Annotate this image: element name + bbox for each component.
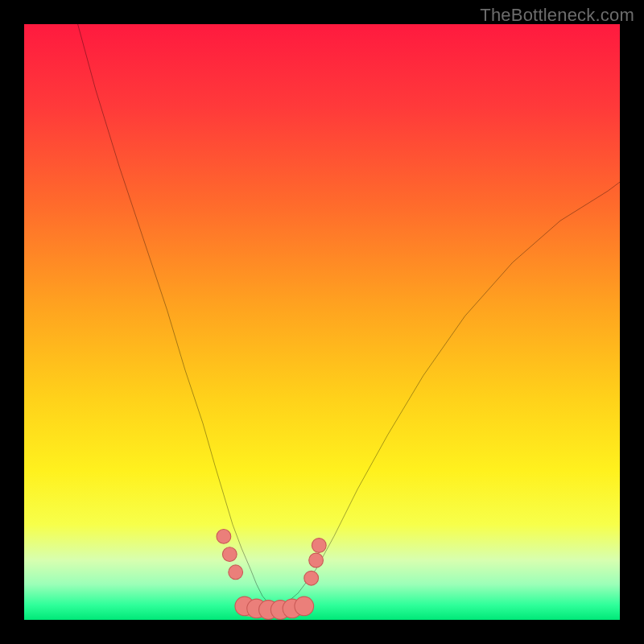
watermark-text: TheBottleneck.com xyxy=(480,5,634,26)
valley-marker xyxy=(312,539,326,553)
chart-frame: TheBottleneck.com xyxy=(0,0,644,644)
valley-markers-group xyxy=(217,530,326,620)
valley-marker xyxy=(217,530,231,544)
curve-layer xyxy=(24,24,620,620)
valley-marker xyxy=(295,597,314,616)
plot-area xyxy=(24,24,620,620)
valley-marker xyxy=(304,571,319,585)
bottleneck-curve xyxy=(78,24,620,606)
valley-marker xyxy=(222,547,237,562)
valley-marker xyxy=(309,553,324,568)
valley-marker xyxy=(229,565,243,580)
